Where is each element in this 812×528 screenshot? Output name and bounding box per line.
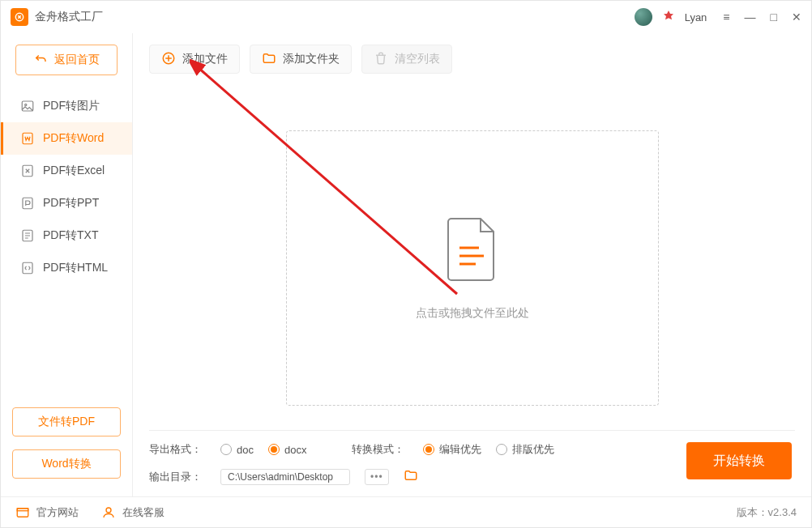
open-folder-button[interactable] (404, 468, 418, 485)
sidebar-item-pdf-to-word[interactable]: PDF转Word (1, 122, 132, 155)
vip-icon (662, 9, 675, 25)
format-docx-radio[interactable]: docx (268, 444, 306, 456)
version-text: 版本：v2.3.4 (737, 505, 797, 520)
add-file-button[interactable]: 添加文件 (149, 45, 240, 74)
add-file-label: 添加文件 (182, 52, 228, 66)
sidebar-item-label: PDF转Word (43, 131, 104, 146)
format-doc-label: doc (237, 444, 254, 456)
output-dir-label: 输出目录： (149, 470, 206, 484)
sidebar: 返回首页 PDF转图片 PDF转Word PDF转Excel PDF转PPT P… (1, 33, 133, 496)
trash-icon (374, 51, 388, 68)
footer: 官方网站 在线客服 版本：v2.3.4 (1, 496, 811, 527)
main-area: 添加文件 添加文件夹 清空列表 (133, 33, 811, 496)
convert-mode-label: 转换模式： (352, 442, 408, 457)
toolbar: 添加文件 添加文件夹 清空列表 (149, 45, 795, 74)
plus-circle-icon (161, 51, 176, 68)
bottom-controls: 导出格式： doc docx 转换模式： 编辑优先 (149, 430, 795, 496)
svg-rect-7 (23, 262, 32, 274)
close-icon[interactable]: ✕ (792, 11, 801, 23)
excel-icon (20, 164, 35, 178)
drop-zone-hint: 点击或拖拽文件至此处 (416, 306, 529, 321)
clear-list-label: 清空列表 (395, 52, 440, 66)
mode-edit-radio[interactable]: 编辑优先 (423, 442, 481, 457)
svg-point-15 (106, 508, 111, 513)
official-site-link[interactable]: 官方网站 (15, 505, 79, 520)
document-icon (443, 215, 502, 287)
official-site-label: 官方网站 (36, 505, 79, 520)
html-icon (20, 261, 35, 275)
online-support-label: 在线客服 (122, 505, 165, 520)
menu-icon[interactable]: ≡ (723, 11, 729, 23)
word-icon (20, 131, 35, 146)
sidebar-item-pdf-to-txt[interactable]: PDF转TXT (1, 219, 132, 252)
svg-rect-13 (17, 508, 28, 517)
image-icon (20, 99, 35, 113)
radio-checked-icon (423, 444, 434, 455)
folder-icon (262, 51, 276, 68)
minimize-icon[interactable]: — (745, 11, 756, 23)
sidebar-item-pdf-to-html[interactable]: PDF转HTML (1, 252, 132, 284)
user-avatar[interactable] (635, 8, 652, 26)
back-arrow-icon (33, 52, 48, 69)
clear-list-button[interactable]: 清空列表 (361, 45, 452, 74)
sidebar-item-label: PDF转Excel (43, 164, 105, 178)
app-logo-icon (11, 8, 28, 26)
mode-layout-radio[interactable]: 排版优先 (496, 442, 554, 457)
word-convert-button[interactable]: Word转换 (12, 449, 121, 479)
sidebar-item-label: PDF转PPT (43, 196, 99, 211)
ppt-icon (20, 196, 35, 211)
title-bar: 金舟格式工厂 Lyan ≡ — □ ✕ (1, 1, 811, 33)
mode-edit-label: 编辑优先 (439, 442, 481, 457)
svg-rect-3 (23, 133, 32, 144)
browse-path-button[interactable]: ••• (365, 469, 389, 485)
sidebar-item-label: PDF转TXT (43, 228, 98, 243)
output-dir-input[interactable]: C:\Users\admin\Desktop (220, 469, 350, 485)
radio-icon (496, 444, 507, 455)
username[interactable]: Lyan (685, 11, 707, 23)
back-home-label: 返回首页 (54, 53, 100, 67)
app-title: 金舟格式工厂 (35, 10, 103, 24)
svg-rect-5 (23, 198, 32, 209)
sidebar-item-pdf-to-excel[interactable]: PDF转Excel (1, 155, 132, 187)
add-folder-button[interactable]: 添加文件夹 (250, 45, 352, 74)
file-to-pdf-button[interactable]: 文件转PDF (12, 407, 121, 436)
sidebar-item-pdf-to-image[interactable]: PDF转图片 (1, 90, 132, 122)
sidebar-item-label: PDF转图片 (43, 99, 100, 113)
sidebar-item-label: PDF转HTML (43, 261, 108, 275)
txt-icon (20, 228, 35, 243)
radio-icon (220, 444, 232, 455)
radio-checked-icon (268, 444, 280, 455)
format-doc-radio[interactable]: doc (220, 444, 254, 456)
back-home-button[interactable]: 返回首页 (15, 45, 118, 75)
online-support-link[interactable]: 在线客服 (101, 505, 165, 520)
maximize-icon[interactable]: □ (771, 11, 777, 23)
mode-layout-label: 排版优先 (512, 442, 554, 457)
svg-point-2 (25, 104, 27, 105)
drop-zone[interactable]: 点击或拖拽文件至此处 (286, 130, 659, 406)
format-docx-label: docx (284, 444, 306, 456)
add-folder-label: 添加文件夹 (283, 52, 340, 66)
export-format-label: 导出格式： (149, 442, 206, 457)
sidebar-item-pdf-to-ppt[interactable]: PDF转PPT (1, 187, 132, 219)
svg-rect-14 (17, 508, 28, 510)
start-convert-button[interactable]: 开始转换 (686, 442, 792, 479)
